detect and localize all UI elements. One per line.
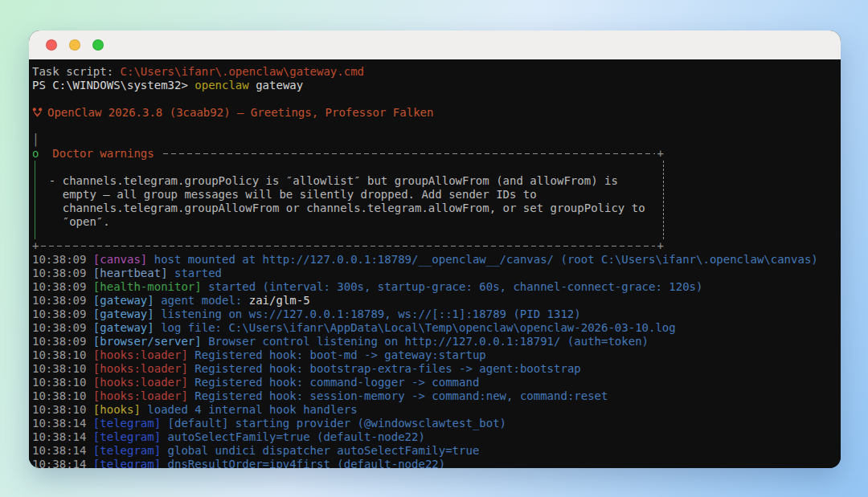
doctor-box-footer: ++ bbox=[32, 239, 664, 253]
command-arg: gateway bbox=[249, 79, 303, 92]
log-line: 10:38:14 [telegram] global undici dispat… bbox=[32, 444, 841, 458]
version-text: OpenClaw 2026.3.8 (3caab92) — Greetings,… bbox=[47, 106, 433, 119]
log-line: 10:38:14 [telegram] [default] starting p… bbox=[32, 417, 841, 430]
minimize-button[interactable] bbox=[69, 39, 80, 51]
close-button[interactable] bbox=[46, 39, 57, 51]
log-line: 10:38:14 [telegram] dnsResultOrder=ipv4f… bbox=[32, 458, 841, 468]
log-line: 10:38:10 [hooks:loader] Registered hook:… bbox=[32, 362, 841, 376]
blank-line bbox=[32, 120, 841, 133]
version-line: OpenClaw 2026.3.8 (3caab92) — Greetings,… bbox=[32, 106, 841, 120]
warning-line: empty — all group messages will be silen… bbox=[35, 188, 663, 202]
doctor-bullet: o bbox=[32, 147, 39, 161]
warning-line: channels.telegram.groupAllowFrom or chan… bbox=[35, 202, 663, 215]
terminal-window: Task script: C:\Users\ifanr\.openclaw\ga… bbox=[29, 31, 841, 468]
doctor-warnings-box: o Doctor warnings + - channels.telegram.… bbox=[32, 147, 664, 253]
log-line: 10:38:09 [canvas] host mounted at http:/… bbox=[32, 253, 841, 267]
claw-icon bbox=[32, 107, 43, 116]
maximize-button[interactable] bbox=[92, 39, 104, 51]
log-line: 10:38:10 [hooks:loader] Registered hook:… bbox=[32, 376, 841, 389]
box-corner: + bbox=[657, 239, 664, 253]
prompt-line: PS C:\WINDOWS\system32> openclaw gateway bbox=[32, 79, 841, 92]
doctor-box-header: o Doctor warnings + bbox=[32, 147, 664, 161]
box-corner: + bbox=[32, 239, 39, 253]
log-line: 10:38:09 [gateway] log file: C:\Users\if… bbox=[32, 321, 841, 335]
connector-glyph: │ bbox=[32, 133, 39, 146]
task-script-path: C:\Users\ifanr\.openclaw\gateway.cmd bbox=[121, 65, 364, 78]
box-corner: + bbox=[657, 147, 664, 161]
log-lines: 10:38:09 [canvas] host mounted at http:/… bbox=[32, 253, 841, 468]
command-text: openclaw bbox=[194, 79, 248, 92]
log-line: 10:38:09 [browser/server] Browser contro… bbox=[32, 335, 841, 348]
warning-line: ″open″. bbox=[35, 215, 663, 229]
log-line: 10:38:10 [hooks] loaded 4 internal hook … bbox=[32, 403, 841, 417]
prompt-text: PS C:\WINDOWS\system32> bbox=[32, 79, 194, 92]
log-line: 10:38:09 [gateway] agent model: zai/glm-… bbox=[32, 294, 841, 308]
task-script-label: Task script: bbox=[32, 65, 121, 78]
tree-connector: │ bbox=[32, 133, 841, 147]
titlebar[interactable] bbox=[29, 31, 841, 59]
log-line: 10:38:10 [hooks:loader] Registered hook:… bbox=[32, 389, 841, 403]
log-line: 10:38:10 [hooks:loader] Registered hook:… bbox=[32, 348, 841, 362]
desktop-background: Task script: C:\Users\ifanr\.openclaw\ga… bbox=[0, 0, 868, 497]
log-line: 10:38:09 [gateway] listening on ws://127… bbox=[32, 308, 841, 321]
task-script-line: Task script: C:\Users\ifanr\.openclaw\ga… bbox=[32, 65, 841, 79]
dashed-border bbox=[163, 153, 654, 154]
terminal-screen[interactable]: Task script: C:\Users\ifanr\.openclaw\ga… bbox=[29, 59, 841, 468]
doctor-title: Doctor warnings bbox=[39, 147, 161, 161]
doctor-box-body: - channels.telegram.groupPolicy is ″allo… bbox=[35, 161, 664, 239]
log-line: 10:38:09 [health-monitor] started (inter… bbox=[32, 280, 841, 294]
dashed-border bbox=[41, 246, 654, 246]
blank-line bbox=[32, 92, 841, 106]
log-line: 10:38:14 [telegram] autoSelectFamily=tru… bbox=[32, 430, 841, 444]
log-line: 10:38:09 [heartbeat] started bbox=[32, 267, 841, 280]
warning-line: - channels.telegram.groupPolicy is ″allo… bbox=[35, 174, 663, 188]
